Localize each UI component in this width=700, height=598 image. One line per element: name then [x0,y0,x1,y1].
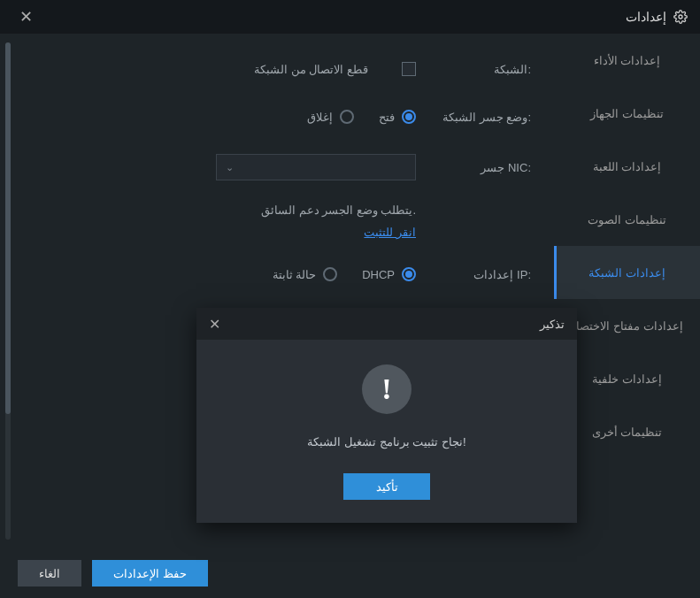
radio-icon [402,267,416,281]
dialog-titlebar: تذكير ✕ [196,308,577,340]
titlebar: إعدادات ✕ [0,0,700,34]
radio-label: فتح [379,111,395,124]
ip-label: :IP إعدادات [427,268,531,281]
bridge-mode-label: :وضع جسر الشبكة [427,111,531,124]
reminder-dialog: تذكير ✕ ! !نجاح تثبيت برنامج تشغيل الشبك… [196,308,577,523]
scrollbar-thumb[interactable] [5,42,11,414]
radio-icon [323,267,337,281]
close-icon[interactable]: ✕ [12,4,40,30]
network-label: :الشبكة [427,63,531,76]
exclamation-icon: ! [362,364,412,414]
network-row: :الشبكة قطع الاتصال من الشبكة [39,58,531,80]
sidebar-item-label: تنظيمات الجهاز [590,107,664,120]
bridge-info-block: .يتطلب وضع الجسر دعم السائق انقر للتثبت [39,203,416,239]
sidebar-item-label: إعدادات اللعبة [593,160,662,173]
nic-select[interactable]: ⌄ [216,154,416,180]
dialog-title: تذكير [540,318,565,331]
radio-icon [340,110,354,124]
sidebar-item-label: إعدادات خلفية [592,372,662,386]
radio-label: DHCP [362,268,395,281]
sidebar-item-performance[interactable]: إعدادات الأداء [554,34,700,87]
radio-label: حالة ثابتة [273,268,317,281]
confirm-button[interactable]: تأكيد [343,473,430,500]
cancel-button[interactable]: الغاء [18,560,81,586]
bridge-close-radio[interactable]: إغلاق [307,110,354,124]
sidebar-item-label: تنظيمات أخرى [592,426,663,439]
ip-static-radio[interactable]: حالة ثابتة [273,267,338,281]
radio-icon [402,110,416,124]
chevron-down-icon: ⌄ [226,162,234,173]
bridge-mode-row: :وضع جسر الشبكة فتح إغلاق [39,106,531,127]
disconnect-checkbox[interactable] [402,62,416,76]
sidebar-item-network[interactable]: إعدادات الشبكة [554,246,700,299]
ip-dhcp-radio[interactable]: DHCP [362,267,416,281]
gear-icon [673,10,688,24]
ip-row: :IP إعدادات DHCP حالة ثابتة [39,264,531,285]
close-icon[interactable]: ✕ [209,316,220,333]
footer: الغاء حفظ الإعدادات [0,548,700,598]
window-title: إعدادات [626,10,666,24]
svg-point-0 [679,15,682,19]
nic-row: :NIC جسر ⌄ [39,154,531,180]
sidebar-item-label: إعدادات مفتاح الاختصار [571,319,682,333]
radio-label: إغلاق [307,111,333,124]
nic-label: :NIC جسر [427,161,531,174]
scrollbar[interactable] [5,42,11,540]
sidebar-item-label: تنظيمات الصوت [588,213,666,226]
disconnect-label: قطع الاتصال من الشبكة [254,63,368,76]
save-button[interactable]: حفظ الإعدادات [92,560,208,586]
sidebar-item-game[interactable]: إعدادات اللعبة [554,140,700,193]
dialog-message: !نجاح تثبيت برنامج تشغيل الشبكة [307,435,465,448]
install-link[interactable]: انقر للتثبت [364,226,416,239]
sidebar-item-audio[interactable]: تنظيمات الصوت [554,193,700,246]
sidebar-item-label: إعدادات الأداء [594,54,661,67]
bridge-open-radio[interactable]: فتح [379,110,416,124]
bridge-info-text: .يتطلب وضع الجسر دعم السائق [39,203,416,217]
sidebar-item-device[interactable]: تنظيمات الجهاز [554,87,700,140]
sidebar-item-label: إعدادات الشبكة [588,266,665,280]
